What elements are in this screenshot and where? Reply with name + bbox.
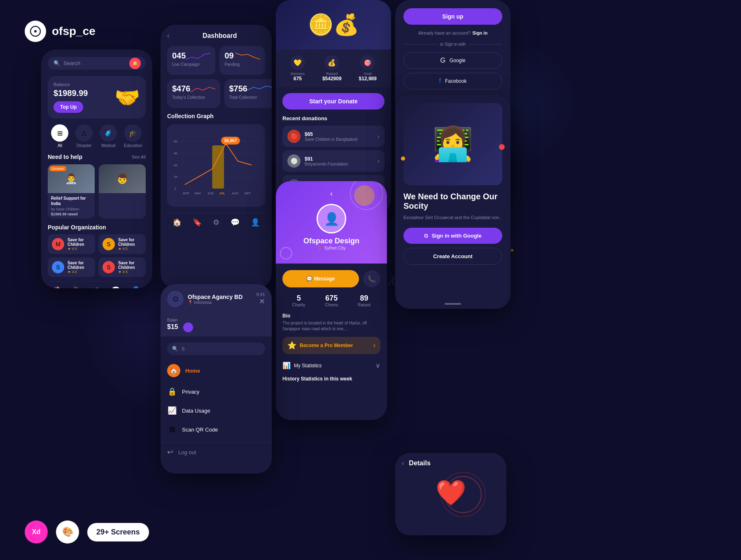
sidebar-org-name: Ofspace Agancy BD	[188, 294, 242, 300]
org-item-3[interactable]: S Save for Children ★ 4.5	[48, 257, 95, 277]
camp-amount: $1989.99 raised	[51, 212, 91, 216]
scan-menu-icon: ⊞	[167, 425, 177, 434]
phone-details: ‹ Details ❤️	[395, 453, 506, 535]
org-item-1[interactable]: M Save for Children ★ 4.5	[48, 234, 95, 254]
svg-text:4K: 4K	[174, 163, 177, 167]
dash-nav-bookmark[interactable]: 🔖	[193, 218, 202, 227]
svg-text:0: 0	[175, 187, 176, 191]
cat-education[interactable]: 🎓 Education	[124, 124, 142, 148]
cat-disaster[interactable]: ⚠ Disaster	[75, 124, 93, 148]
profile-name: Ofspace Design	[284, 237, 379, 245]
close-sidebar-button[interactable]: ✕	[256, 297, 265, 306]
message-button[interactable]: 💬 Message	[282, 270, 359, 287]
signin-link[interactable]: Sign in	[472, 30, 487, 35]
donors-stat: 💛 Donners 675	[290, 55, 305, 82]
org-rating-1: ★ 4.5	[68, 247, 91, 251]
cat-all-label: All	[58, 143, 62, 148]
google-icon: G	[440, 57, 445, 64]
charity-label: Charity	[292, 303, 305, 307]
pro-member-button[interactable]: ⭐ Become a Pro Member ›	[282, 337, 380, 354]
notification-icon[interactable]: 🔔	[129, 58, 141, 69]
donation-name-1: Save Children in Bangladesh	[305, 137, 358, 142]
google-logo-icon: G	[424, 233, 428, 239]
nav-chat-icon[interactable]: 💬	[111, 286, 120, 288]
logo-area: ofsp_ce	[25, 21, 96, 42]
nav-bookmark-icon[interactable]: 🔖	[73, 286, 82, 288]
signup-button[interactable]: Sign up	[403, 8, 502, 25]
today-collection-label: Today's Collection	[172, 95, 215, 100]
today-collection-num: $476	[172, 84, 191, 93]
raised-count: 89	[358, 294, 370, 303]
campaign-card-2[interactable]: 👦	[99, 164, 146, 219]
search-bar[interactable]: 🔍 Search 🔔	[48, 57, 146, 70]
total-chart	[247, 84, 272, 94]
goal-stat: 🎯 Goal $12,989	[359, 55, 377, 82]
sidebar-search[interactable]: 🔍 S	[161, 340, 272, 359]
history-title: History Statistics in this week	[282, 376, 380, 382]
phone-main-app: 🔍 Search 🔔 Balance $1989.99 Top Up 🤝 ⊞ A…	[41, 49, 152, 288]
back-button[interactable]: ‹	[167, 32, 169, 40]
cheers-stat: 675 Cheers	[325, 294, 338, 307]
details-back[interactable]: ‹	[402, 460, 404, 467]
sidebar-org-info: ⊙ Ofspace Agancy BD 📍 Indonesia	[167, 291, 242, 307]
popular-org-title: Popular Organization	[48, 224, 106, 231]
camp-title: Relief Support for India	[51, 196, 91, 206]
nav-settings-icon[interactable]: ⚙	[93, 286, 100, 288]
donors-label: Donners	[290, 72, 305, 76]
nav-profile-icon[interactable]: 👤	[131, 286, 140, 288]
raised-label: Raised	[322, 72, 342, 76]
peak-bubble: $6,867	[221, 137, 240, 145]
menu-data[interactable]: 📈 Data Usage	[161, 401, 272, 420]
stat-live: 045 Live Campaign	[167, 46, 215, 75]
tool-row: Xd 🎨 29+ Screens	[25, 520, 149, 544]
dash-nav-chat[interactable]: 💬	[231, 218, 240, 227]
camp-org: by Save Children	[51, 207, 91, 211]
campaign-card-1[interactable]: 👨‍⚕️ Disaster Relief Support for India b…	[48, 164, 95, 219]
profile-back[interactable]: ‹	[284, 189, 379, 198]
donation-item-2[interactable]: ⚪ $91 Bidyanondo Foundation ›	[282, 150, 384, 172]
campaign-image-2: 👦	[99, 164, 146, 193]
menu-scan[interactable]: ⊞ Scan QR Code	[161, 420, 272, 439]
org-avatar-4: S	[103, 261, 115, 273]
nav-home-icon[interactable]: 🏠	[53, 286, 62, 288]
raised-label-profile: Raised	[358, 303, 370, 307]
sidebar-header: ⊙ Ofspace Agancy BD 📍 Indonesia 9:41 ✕	[161, 284, 272, 314]
sidebar-org-location: 📍 Indonesia	[188, 300, 242, 305]
star-icon: ⭐	[287, 341, 296, 350]
donors-icon: 💛	[290, 55, 305, 70]
topup-button[interactable]: Top Up	[54, 101, 83, 113]
org-item-2[interactable]: S Save for Children ★ 4.5	[98, 234, 146, 254]
svg-text:JUL: JUL	[219, 191, 226, 195]
bottom-nav: 🏠 🔖 ⚙ 💬 👤	[48, 281, 146, 288]
org-item-4[interactable]: S Save for Children ★ 4.5	[98, 257, 146, 277]
facebook-signin-button[interactable]: f Facebook	[403, 73, 502, 89]
pro-chevron: ›	[373, 342, 375, 349]
donors-count: 675	[290, 76, 305, 82]
donate-button[interactable]: Start your Donate	[282, 93, 384, 110]
logout-item[interactable]: ↩ Log out	[161, 442, 272, 462]
dash-nav-home[interactable]: 🏠	[172, 218, 182, 227]
dash-nav-settings[interactable]: ⚙	[213, 218, 219, 227]
cat-medical[interactable]: 🧳 Medical	[100, 124, 117, 148]
phone-sidebar-menu: ⊙ Ofspace Agancy BD 📍 Indonesia 9:41 ✕ B…	[161, 284, 272, 474]
raised-stat: 💰 Raised $542909	[322, 55, 342, 82]
donation-org-icon-2: ⚪	[287, 154, 301, 168]
cat-all[interactable]: ⊞ All	[51, 124, 68, 148]
donation-item-1[interactable]: 🔴 $65 Save Children in Bangladesh ›	[282, 126, 384, 147]
cat-education-label: Education	[124, 143, 142, 148]
svg-text:8K: 8K	[174, 140, 177, 143]
see-all-link[interactable]: See All	[132, 154, 146, 159]
have-account-text: Already have an account?	[418, 30, 471, 35]
org-name-2: Save for Children	[118, 238, 142, 247]
call-button[interactable]: 📞	[363, 270, 380, 287]
live-campaign-num: 045	[172, 51, 186, 61]
create-account-button[interactable]: Create Account	[403, 248, 502, 265]
menu-privacy[interactable]: 🔒 Privacy	[161, 382, 272, 401]
menu-home[interactable]: 🏠 Home	[161, 359, 272, 382]
google-signin-large-button[interactable]: G Sign in with Google	[403, 228, 502, 244]
figma-icon: 🎨	[56, 520, 79, 544]
need-help-title: Need to help	[48, 154, 82, 160]
dash-nav-profile[interactable]: 👤	[251, 218, 260, 227]
google-signin-button[interactable]: G Google	[403, 52, 502, 69]
my-statistics-row[interactable]: 📊 My Statistics ∨	[282, 358, 380, 373]
